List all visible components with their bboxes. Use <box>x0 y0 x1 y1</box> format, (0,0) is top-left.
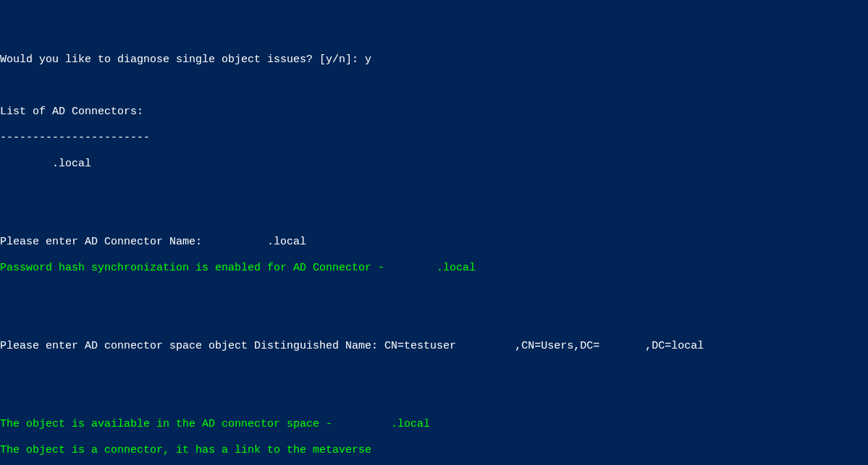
blank-line <box>0 392 868 405</box>
phs-enabled-domain: .local <box>437 262 476 274</box>
phs-enabled-line: Password hash synchronization is enabled… <box>0 262 868 275</box>
blank-line <box>0 314 868 327</box>
enter-connector-prompt: Please enter AD Connector Name: <box>0 236 267 248</box>
phs-enabled-text: Password hash synchronization is enabled… <box>0 262 437 274</box>
blank-line <box>0 210 868 223</box>
connector-item: .local <box>0 158 868 171</box>
connector-domain: .local <box>52 158 91 170</box>
dn-rest[interactable]: ,CN=Users,DC= ,DC=local <box>456 340 704 352</box>
diagnose-prompt-line: Would you like to diagnose single object… <box>0 54 868 67</box>
object-available-line: The object is available in the AD connec… <box>0 418 868 431</box>
diagnose-answer[interactable]: y <box>365 54 371 66</box>
enter-dn-prompt: Please enter AD connector space object D… <box>0 340 384 352</box>
blank-line <box>0 184 868 197</box>
connectors-divider: ----------------------- <box>0 132 868 145</box>
object-connector-line: The object is a connector, it has a link… <box>0 444 868 457</box>
blank-line <box>0 366 868 379</box>
connectors-list-header: List of AD Connectors: <box>0 106 868 119</box>
object-available-text: The object is available in the AD connec… <box>0 418 391 430</box>
dn-cn[interactable]: CN=testuser <box>384 340 456 352</box>
object-available-domain: .local <box>391 418 430 430</box>
blank-line <box>0 288 868 301</box>
diagnose-prompt: Would you like to diagnose single object… <box>0 54 365 66</box>
enter-connector-line: Please enter AD Connector Name: .local <box>0 236 868 249</box>
blank-line <box>0 80 868 93</box>
enter-connector-value[interactable]: .local <box>267 236 306 248</box>
enter-dn-line: Please enter AD connector space object D… <box>0 340 868 353</box>
